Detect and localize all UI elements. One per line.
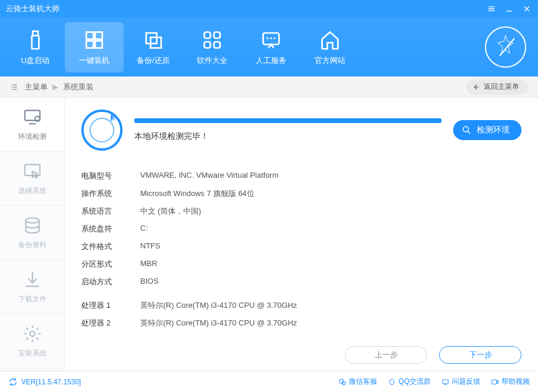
info-label: 文件格式 (81, 241, 140, 252)
nav-usb-boot[interactable]: U盘启动 (6, 22, 65, 72)
main-area: 环境检测 选择系统 备份资料 下载文件 安装系统 本地环境检测完毕！ (0, 98, 538, 371)
app-title: 云骑士装机大师 (6, 4, 60, 14)
back-arrow-icon (472, 83, 480, 91)
info-row: 系统语言中文 (简体，中国) (81, 202, 522, 220)
chat-icon (259, 28, 283, 52)
info-label: 操作系统 (81, 188, 140, 199)
detect-status-block: 本地环境检测完毕！ (134, 118, 441, 142)
svg-rect-9 (214, 32, 220, 39)
detect-button-label: 检测环境 (477, 125, 510, 135)
svg-rect-4 (87, 41, 94, 48)
footer-link-feedback[interactable]: 问题反馈 (441, 377, 480, 387)
windows-icon (82, 28, 106, 52)
footer-link-label: 帮助视频 (501, 377, 530, 387)
monitor-gear-icon (22, 107, 42, 127)
sidebar-item-label: 备份资料 (18, 240, 47, 250)
breadcrumb-current: 系统重装 (63, 82, 94, 92)
detect-environment-button[interactable]: 检测环境 (453, 120, 522, 140)
svg-rect-24 (492, 380, 497, 384)
footer-link-wechat[interactable]: 微信客服 (338, 377, 377, 387)
usb-icon (24, 28, 47, 52)
video-icon (491, 378, 499, 386)
info-row: 文件格式NTFS (81, 238, 522, 255)
info-value: 英特尔(R) Core(TM) i3-4170 CPU @ 3.70GHz (140, 318, 297, 328)
home-icon (318, 28, 342, 52)
svg-point-19 (463, 127, 468, 132)
nav-label: 一键装机 (79, 55, 110, 66)
info-value: MBR (140, 259, 157, 270)
list-icon (9, 82, 19, 92)
progress-bar (134, 118, 441, 123)
step-buttons: 上一步 下一步 (345, 346, 522, 364)
back-to-main-button[interactable]: 返回主菜单 (466, 79, 529, 95)
sidebar-item-select-system[interactable]: 选择系统 (0, 152, 64, 206)
content-panel: 本地环境检测完毕！ 检测环境 电脑型号VMWARE, INC. VMware V… (65, 98, 538, 371)
info-row: 启动方式BIOS (81, 273, 522, 291)
info-value: 中文 (简体，中国) (140, 206, 201, 217)
nav-label: 软件大全 (197, 55, 227, 66)
nav-website[interactable]: 官方网站 (301, 22, 359, 72)
info-value: VMWARE, INC. VMware Virtual Platform (140, 171, 279, 181)
svg-rect-14 (25, 111, 40, 121)
qq-icon (388, 378, 396, 386)
info-label: 系统盘符 (81, 224, 140, 234)
svg-point-22 (390, 379, 394, 384)
info-label: 系统语言 (81, 206, 140, 217)
info-row: 分区形式MBR (81, 255, 522, 273)
sidebar-item-label: 选择系统 (18, 186, 47, 196)
detect-status-text: 本地环境检测完毕！ (134, 131, 441, 142)
detect-header: 本地环境检测完毕！ 检测环境 (81, 109, 522, 151)
nav-software[interactable]: 软件大全 (183, 22, 242, 72)
prev-step-button[interactable]: 上一步 (345, 346, 427, 364)
chevron-right-icon: ▶ (52, 82, 58, 91)
svg-rect-1 (32, 36, 39, 49)
sidebar-item-install[interactable]: 安装系统 (0, 314, 64, 368)
feedback-icon (441, 378, 450, 386)
breadcrumb-root[interactable]: 主菜单 (25, 82, 48, 92)
info-row: 电脑型号VMWARE, INC. VMware Virtual Platform (81, 167, 522, 185)
svg-point-17 (25, 218, 39, 223)
svg-rect-23 (443, 379, 448, 383)
sidebar-item-backup[interactable]: 备份资料 (0, 206, 64, 260)
nav-one-click-install[interactable]: 一键装机 (65, 22, 124, 72)
info-value: Microsoft Windows 7 旗舰版 64位 (140, 188, 255, 199)
footer-link-qq[interactable]: QQ交流群 (388, 377, 431, 387)
nav-support[interactable]: 人工服务 (242, 22, 301, 72)
info-label: 处理器 1 (81, 300, 140, 311)
info-label: 电脑型号 (81, 171, 140, 181)
sidebar-item-label: 环境检测 (18, 132, 47, 142)
info-label: 处理器 2 (81, 318, 140, 328)
info-value: BIOS (140, 277, 159, 287)
sidebar-item-env-check[interactable]: 环境检测 (0, 98, 64, 152)
sidebar-item-download[interactable]: 下载文件 (0, 260, 64, 314)
svg-rect-8 (204, 32, 211, 39)
back-label: 返回主菜单 (484, 82, 519, 92)
refresh-icon (8, 377, 18, 387)
gear-icon (22, 324, 42, 344)
search-icon (461, 125, 472, 135)
info-value: NTFS (140, 241, 160, 252)
copy-icon (141, 28, 165, 52)
nav-label: 备份/还原 (137, 55, 170, 66)
step-sidebar: 环境检测 选择系统 备份资料 下载文件 安装系统 (0, 98, 65, 371)
svg-rect-7 (151, 38, 161, 48)
knight-icon (485, 26, 526, 68)
top-nav: U盘启动 一键装机 备份/还原 软件大全 人工服务 官方网站 云骑士 装机大师 (0, 18, 538, 77)
info-row: 操作系统Microsoft Windows 7 旗舰版 64位 (81, 185, 522, 202)
sidebar-item-label: 下载文件 (18, 294, 47, 304)
version-info[interactable]: VER[11.5.47.1530] (8, 377, 81, 387)
info-row: 系统盘符C: (81, 220, 522, 238)
cursor-screen-icon (22, 161, 42, 181)
svg-rect-3 (95, 32, 103, 39)
info-row: 处理器 1英特尔(R) Core(TM) i3-4170 CPU @ 3.70G… (81, 297, 522, 314)
svg-rect-2 (87, 32, 94, 39)
footer-link-help[interactable]: 帮助视频 (491, 377, 530, 387)
next-step-button[interactable]: 下一步 (439, 346, 522, 364)
info-value: C: (140, 224, 148, 234)
info-value: 英特尔(R) Core(TM) i3-4170 CPU @ 3.70GHz (140, 300, 297, 311)
footer-link-label: QQ交流群 (398, 377, 431, 387)
grid-icon (200, 28, 224, 52)
nav-backup-restore[interactable]: 备份/还原 (124, 22, 183, 72)
footer-bar: VER[11.5.47.1530] 微信客服 QQ交流群 问题反馈 帮助视频 (0, 371, 538, 392)
database-icon (22, 215, 42, 235)
